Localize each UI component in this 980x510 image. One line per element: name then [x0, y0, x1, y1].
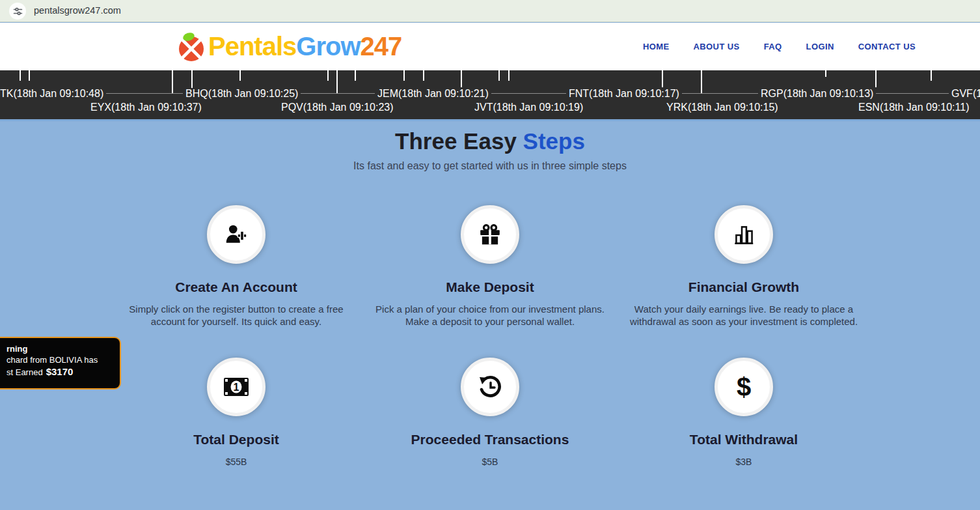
stat-title: Total Deposit	[109, 432, 363, 447]
ticker-tick-mark	[825, 70, 826, 77]
ticker-tick-mark	[508, 70, 510, 81]
site-logo[interactable]: PentalsGrow247	[176, 31, 402, 63]
card-title: Financial Growth	[617, 279, 871, 295]
icon-circle: 1	[207, 358, 265, 416]
bar-chart-icon	[731, 222, 756, 247]
icon-circle	[461, 358, 519, 416]
ticker-tick-mark	[498, 70, 500, 81]
site-settings-button[interactable]	[9, 3, 26, 20]
ticker-tick-mark	[875, 70, 877, 87]
card-desc: Pick a plan of your choice from our inve…	[363, 303, 617, 328]
ticker-tick-mark	[461, 70, 462, 87]
stat-title: Total Withdrawal	[617, 432, 871, 447]
notification-title: rning	[7, 344, 113, 354]
main-nav: HOME ABOUT US FAQ LOGIN CONTACT US	[643, 42, 916, 51]
trade-ticker: TK(18th Jan 09:10:48) BHQ(18th Jan 09:10…	[0, 70, 980, 119]
url-input[interactable]: pentalsgrow247.com	[34, 5, 121, 16]
ticker-tick-mark	[355, 70, 356, 81]
three-easy-steps-section: Three Easy Steps Its fast and easy to ge…	[0, 119, 980, 510]
stat-value: $5B	[363, 457, 617, 467]
section-title-accent: Steps	[523, 128, 585, 154]
icon-circle: $	[715, 358, 773, 416]
ticker-label: PQV(18th Jan 09:10:23)	[279, 102, 396, 113]
nav-faq[interactable]: FAQ	[764, 42, 782, 51]
money-bill-icon: 1	[223, 377, 249, 397]
stat-title: Proceeded Transactions	[363, 432, 617, 447]
stat-value: $55B	[109, 457, 363, 467]
user-plus-icon	[224, 222, 249, 247]
stats-cards-row: 1 Total Deposit $55B Proceeded Transacti…	[109, 358, 871, 467]
earning-notification-popup[interactable]: rning chard from BOLIVIA has st Earned$3…	[0, 337, 121, 390]
gift-icon	[478, 222, 502, 247]
history-icon	[477, 374, 503, 400]
ticker-label: GVF(1	[949, 88, 980, 100]
ticker-tick-mark	[327, 70, 329, 81]
ticker-tick-mark	[172, 70, 173, 94]
steps-cards-row: Create An Account Simply click on the re…	[109, 205, 871, 328]
card-financial-growth: Financial Growth Watch your daily earnin…	[617, 205, 871, 328]
ticker-tick-mark	[662, 70, 663, 87]
ticker-label: BHQ(18th Jan 09:10:25)	[183, 88, 301, 100]
ticker-label: JEM(18th Jan 09:10:21)	[375, 88, 491, 100]
browser-address-bar: pentalsgrow247.com	[0, 0, 980, 22]
ticker-tick-mark	[29, 70, 30, 81]
ticker-tick-mark	[403, 70, 405, 81]
nav-login[interactable]: LOGIN	[806, 42, 834, 51]
icon-circle	[461, 205, 519, 264]
ticker-label: EYX(18th Jan 09:10:37)	[88, 102, 204, 113]
ticker-tick-mark	[336, 70, 338, 94]
card-make-deposit: Make Deposit Pick a plan of your choice …	[363, 205, 617, 328]
card-create-account: Create An Account Simply click on the re…	[109, 205, 363, 328]
dollar-icon: $	[737, 374, 751, 400]
ticker-label: JVT(18th Jan 09:10:19)	[472, 102, 586, 113]
ticker-tick-mark	[239, 70, 241, 81]
ticker-tick-mark	[701, 70, 702, 94]
ticker-label: TK(18th Jan 09:10:48)	[0, 88, 106, 100]
ticker-label: RGP(18th Jan 09:10:13)	[758, 88, 876, 100]
tune-icon	[13, 7, 23, 16]
logo-text: PentalsGrow247	[208, 32, 402, 61]
card-title: Create An Account	[109, 279, 363, 295]
stat-total-withdrawal: $ Total Withdrawal $3B	[617, 358, 871, 467]
ticker-label: FNT(18th Jan 09:10:17)	[566, 88, 682, 100]
card-desc: Watch your daily earnings live. Be ready…	[617, 303, 871, 328]
earned-amount: $3170	[46, 366, 74, 377]
ticker-label: ESN(18th Jan 09:10:11)	[856, 102, 972, 113]
svg-text:1: 1	[234, 382, 239, 393]
nav-about-us[interactable]: ABOUT US	[694, 42, 740, 51]
section-title: Three Easy Steps	[0, 128, 980, 154]
ticker-label: YRK(18th Jan 09:10:15)	[664, 102, 781, 113]
stat-total-deposit: 1 Total Deposit $55B	[109, 358, 363, 467]
ticker-tick-mark	[931, 70, 932, 81]
section-subtitle: Its fast and easy to get started with us…	[0, 160, 980, 172]
icon-circle	[207, 205, 265, 264]
card-desc: Simply click on the register button to c…	[109, 303, 363, 328]
stat-proceeded-transactions: Proceeded Transactions $5B	[363, 358, 617, 467]
notification-earned-line: st Earned$3170	[7, 366, 113, 377]
card-title: Make Deposit	[363, 279, 617, 295]
site-header: PentalsGrow247 HOME ABOUT US FAQ LOGIN C…	[0, 23, 980, 70]
ticker-tick-mark	[20, 70, 21, 81]
stat-value: $3B	[617, 457, 871, 467]
nav-contact-us[interactable]: CONTACT US	[858, 42, 916, 51]
icon-circle	[715, 205, 773, 264]
notification-text: chard from BOLIVIA has	[7, 355, 113, 365]
nav-home[interactable]: HOME	[643, 42, 670, 51]
logo-icon	[176, 31, 207, 63]
ticker-tick-mark	[423, 70, 424, 81]
